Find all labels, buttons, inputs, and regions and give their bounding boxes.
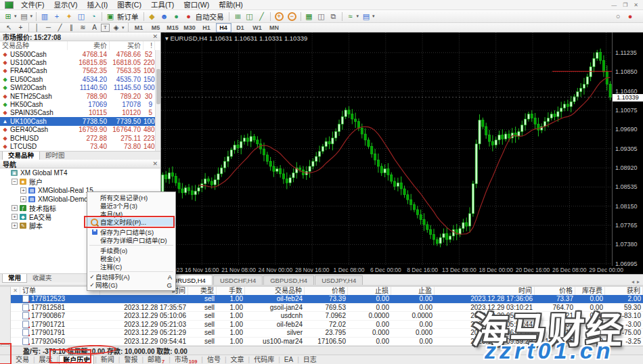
- indicators-icon[interactable]: ≈: [345, 12, 356, 22]
- market-watch-icon[interactable]: ▥: [39, 12, 50, 22]
- data-window-icon[interactable]: +: [51, 12, 62, 22]
- periods-icon[interactable]: ▤: [361, 12, 372, 22]
- arrange-cascade-icon[interactable]: ⧉: [328, 12, 339, 22]
- chart-tab-USDCHF[interactable]: USDCHF,H4: [213, 275, 263, 285]
- market-watch-row[interactable]: ▲UK100Cash7738.507739.50100: [0, 117, 160, 125]
- zoom-out-icon[interactable]: −: [288, 12, 296, 21]
- candlestick-icon[interactable]: ◫: [244, 12, 255, 22]
- tile-windows-icon[interactable]: ▦: [304, 12, 315, 22]
- chevron-down-icon[interactable]: ▾: [30, 14, 33, 19]
- timeframe-button-M30[interactable]: M30: [182, 23, 198, 32]
- new-chart-icon[interactable]: ⊞: [3, 12, 14, 22]
- terminal-tab-警报[interactable]: 警报: [120, 355, 141, 364]
- context-menu-item[interactable]: ✓网格(G)G: [87, 281, 175, 289]
- terminal-tab-市场[interactable]: 市场109: [171, 355, 201, 364]
- orders-column-10[interactable]: 价格: [535, 287, 575, 295]
- chevron-down-icon[interactable]: ▾: [14, 14, 17, 19]
- close-icon[interactable]: ✕: [634, 2, 638, 8]
- shapes-icon[interactable]: ◈: [111, 24, 121, 32]
- close-icon[interactable]: ✕: [11, 287, 20, 295]
- timeframe-button-M5[interactable]: M5: [148, 23, 164, 32]
- profiles-icon[interactable]: ▤: [19, 12, 30, 22]
- market-watch-row[interactable]: ◆HK50Cash17069170789: [0, 100, 160, 108]
- navigator-icon[interactable]: ✦: [64, 12, 74, 22]
- channel-icon[interactable]: ∥: [66, 24, 76, 32]
- orders-column-9[interactable]: 时间: [435, 287, 535, 295]
- market-watch-row[interactable]: ◆US500Cash4768.144768.6652: [0, 50, 160, 58]
- timeframe-button-D1[interactable]: D1: [233, 23, 248, 32]
- market-watch-row[interactable]: ◆SPAIN35Cash10115101205: [0, 109, 160, 117]
- orders-column-11[interactable]: 库存费: [575, 287, 605, 295]
- strategy-tester-icon[interactable]: ◔: [88, 12, 99, 22]
- orders-column-4[interactable]: 手数: [217, 287, 245, 295]
- vertical-line-icon[interactable]: │: [32, 24, 42, 32]
- orders-column-6[interactable]: 价格: [305, 287, 348, 295]
- autotrading-icon[interactable]: ●: [183, 12, 194, 22]
- menu-item-4[interactable]: 图表(C): [112, 0, 146, 10]
- globe-icon[interactable]: ●: [171, 12, 182, 22]
- trendline-icon[interactable]: ╱: [55, 24, 65, 32]
- timeframe-button-W1[interactable]: W1: [250, 23, 265, 32]
- market-watch-row[interactable]: ◆NETH25Cash788.90789.2030: [0, 92, 160, 100]
- chart-window[interactable]: ▾ EURUSD,H4 1.10631 1.10631 1.10331 1.10…: [160, 32, 643, 274]
- arrow-right-icon[interactable]: ▸: [637, 279, 640, 285]
- timeframe-button-H1[interactable]: H1: [199, 23, 215, 32]
- expand-icon[interactable]: +: [20, 187, 26, 194]
- time-scale[interactable]: ov 202316 Nov 16:0021 Nov 08:0024 Nov 00…: [161, 266, 643, 273]
- expand-icon[interactable]: +: [20, 196, 26, 202]
- expand-icon[interactable]: +: [12, 214, 18, 220]
- close-icon[interactable]: ✕: [152, 160, 158, 167]
- terminal-tab-邮箱[interactable]: 邮箱7: [144, 355, 168, 364]
- market-watch-row[interactable]: ◆FRA40Cash7562.357563.35100: [0, 67, 160, 75]
- context-menu-item[interactable]: 保存为详细户口结单(D): [87, 236, 175, 244]
- terminal-tab-新闻[interactable]: 新闻: [97, 355, 118, 364]
- cursor-icon[interactable]: ↖: [4, 24, 14, 32]
- chart-tab-GBPUSD[interactable]: GBPUSD,H4: [263, 275, 314, 285]
- menu-item-6[interactable]: 窗口(W): [179, 0, 214, 10]
- terminal-tab-日志[interactable]: 日志: [300, 355, 320, 364]
- arrange-horizontal-icon[interactable]: ◫: [316, 12, 327, 22]
- market-watch-row[interactable]: ◆SWI20Cash11140.5011145.50500: [0, 84, 160, 92]
- orders-column-7[interactable]: 止损: [348, 287, 391, 295]
- menu-item-7[interactable]: 帮助(H): [214, 0, 248, 10]
- timeframe-button-MN[interactable]: MN: [267, 23, 282, 32]
- new-order-icon[interactable]: ▣: [105, 12, 116, 22]
- market-watch-column-4[interactable]: !: [143, 41, 155, 50]
- market-watch-row[interactable]: ◆LTCUSD73.4073.80140: [0, 142, 160, 150]
- label-icon[interactable]: T: [101, 24, 110, 32]
- collapse-icon[interactable]: −: [12, 179, 18, 185]
- navigator-tab-收藏夹[interactable]: 收藏夹: [27, 274, 58, 282]
- market-watch-row[interactable]: ◆EU50Cash4534.204535.70150: [0, 75, 160, 83]
- terminal-icon[interactable]: ◫: [76, 12, 87, 22]
- navigator-item[interactable]: −☻账户: [0, 177, 160, 186]
- crosshair-icon[interactable]: +: [16, 24, 26, 32]
- market-watch-row[interactable]: ◆BCHUSD272.88275.11223: [0, 134, 160, 142]
- terminal-tab-交易[interactable]: 交易: [12, 355, 32, 364]
- menu-item-5[interactable]: 工具(T): [146, 0, 179, 10]
- expand-icon[interactable]: +: [12, 205, 18, 211]
- market-watch-column-2[interactable]: 卖价: [68, 41, 110, 50]
- arrow-left-icon[interactable]: ◂: [631, 279, 634, 285]
- close-icon[interactable]: ✕: [152, 33, 158, 40]
- bar-chart-icon[interactable]: ≣: [232, 11, 242, 22]
- menu-item-2[interactable]: 显示(V): [49, 0, 82, 10]
- minimize-icon[interactable]: —: [611, 2, 617, 8]
- horizontal-line-icon[interactable]: ─: [43, 24, 53, 32]
- text-icon[interactable]: A: [89, 24, 99, 32]
- chevron-down-icon[interactable]: ▾: [122, 25, 125, 30]
- terminal-tab-EA[interactable]: EA: [281, 355, 296, 364]
- orders-column-5[interactable]: 交易品种: [245, 287, 305, 295]
- chevron-down-icon[interactable]: ▾: [372, 14, 375, 19]
- navigator-item[interactable]: ▣XM Global MT4: [0, 168, 160, 177]
- terminal-tab-信号[interactable]: 信号: [204, 355, 224, 364]
- orders-column-12[interactable]: 获利: [605, 287, 643, 295]
- terminal-tab-代码库[interactable]: 代码库: [250, 355, 278, 364]
- fibonacci-icon[interactable]: ≋: [78, 24, 88, 32]
- expand-icon[interactable]: +: [12, 223, 18, 229]
- menu-item-3[interactable]: 插入(I): [82, 0, 112, 10]
- line-chart-icon[interactable]: ╱: [257, 12, 267, 22]
- zoom-in-icon[interactable]: +: [275, 12, 284, 21]
- chart-tab-USDJPY[interactable]: USDJPY,H4: [315, 275, 363, 285]
- menu-item-1[interactable]: 文件(F): [16, 0, 49, 10]
- restore-icon[interactable]: ❐: [623, 2, 627, 8]
